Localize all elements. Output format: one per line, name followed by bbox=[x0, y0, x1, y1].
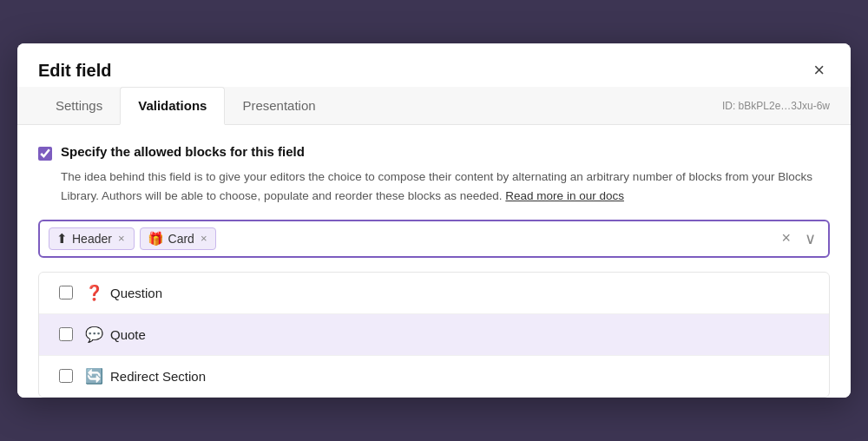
tag-header: ⬆ Header × bbox=[49, 227, 135, 250]
question-label: Question bbox=[110, 286, 162, 300]
redirect-label: Redirect Section bbox=[110, 369, 206, 384]
tab-presentation[interactable]: Presentation bbox=[225, 88, 332, 125]
chevron-down-button[interactable]: ∨ bbox=[801, 227, 819, 250]
description-text: The idea behind this field is to give yo… bbox=[61, 168, 830, 205]
tag-card: 🎁 Card × bbox=[140, 227, 217, 250]
tag-input-wrapper[interactable]: ⬆ Header × 🎁 Card × × ∨ bbox=[38, 220, 830, 258]
header-tag-icon: ⬆ bbox=[56, 231, 68, 247]
dropdown-item-question[interactable]: ❓ Question bbox=[39, 273, 829, 314]
question-icon: ❓ bbox=[84, 284, 103, 302]
specify-blocks-label: Specify the allowed blocks for this fiel… bbox=[61, 144, 305, 159]
clear-input-button[interactable]: × bbox=[778, 227, 794, 249]
specify-blocks-checkbox[interactable] bbox=[38, 147, 52, 161]
redirect-checkbox[interactable] bbox=[59, 369, 73, 383]
tag-search-input[interactable] bbox=[221, 232, 773, 246]
redirect-icon: 🔄 bbox=[84, 367, 103, 385]
edit-field-modal: Edit field × Settings Validations Presen… bbox=[17, 43, 851, 397]
field-id: ID: bBkPL2e…3Jxu-6w bbox=[722, 89, 830, 122]
quote-checkbox-col bbox=[55, 327, 77, 341]
header-tag-remove[interactable]: × bbox=[116, 233, 127, 244]
dropdown-item-redirect[interactable]: 🔄 Redirect Section bbox=[39, 356, 829, 397]
modal-body: Specify the allowed blocks for this fiel… bbox=[17, 125, 851, 397]
quote-checkbox[interactable] bbox=[59, 327, 73, 341]
header-tag-label: Header bbox=[72, 232, 112, 246]
quote-icon: 💬 bbox=[84, 326, 103, 344]
specify-blocks-row: Specify the allowed blocks for this fiel… bbox=[38, 144, 830, 161]
tab-settings[interactable]: Settings bbox=[38, 88, 120, 125]
dropdown-item-quote[interactable]: 💬 Quote bbox=[39, 314, 829, 356]
redirect-checkbox-col bbox=[55, 369, 77, 383]
card-tag-label: Card bbox=[168, 232, 194, 246]
dropdown-list: ❓ Question 💬 Quote 🔄 Redirect Section bbox=[38, 272, 830, 398]
card-tag-icon: 🎁 bbox=[148, 231, 164, 247]
tabs-row: Settings Validations Presentation ID: bB… bbox=[17, 87, 851, 125]
modal-header: Edit field × bbox=[17, 43, 851, 82]
close-button[interactable]: × bbox=[808, 59, 830, 82]
card-tag-remove[interactable]: × bbox=[199, 233, 209, 244]
input-actions: × ∨ bbox=[778, 227, 819, 250]
description-body: The idea behind this field is to give yo… bbox=[61, 170, 812, 202]
question-checkbox[interactable] bbox=[59, 286, 73, 299]
docs-link[interactable]: Read more in our docs bbox=[505, 189, 624, 202]
question-checkbox-col bbox=[55, 286, 77, 299]
modal-title: Edit field bbox=[38, 61, 111, 81]
quote-label: Quote bbox=[110, 327, 146, 342]
tab-validations[interactable]: Validations bbox=[120, 87, 225, 125]
